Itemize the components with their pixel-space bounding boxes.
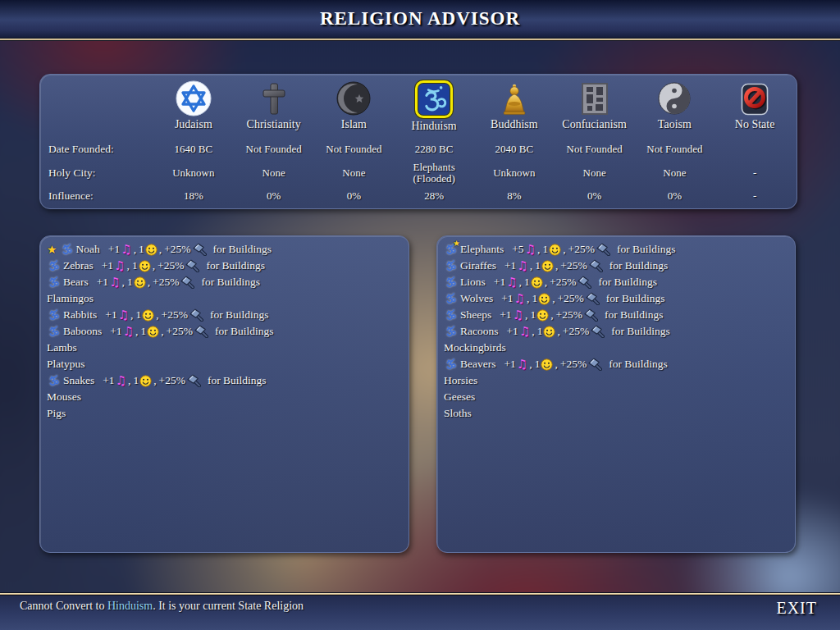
city-name: Flamingos	[47, 292, 94, 305]
religion-column-buddhism[interactable]: Buddhism	[474, 80, 555, 138]
separator: ,	[552, 292, 555, 305]
bonus-target-text: for Buildings	[215, 325, 274, 338]
city-row: Horsies	[444, 372, 790, 389]
music-note-icon: ♫	[114, 258, 125, 273]
title-bar: RELIGION ADVISOR	[0, 0, 840, 38]
culture-bonus-value: +1	[97, 276, 108, 289]
city-row: Baboons+1♫,1,+25%for Buildings	[47, 323, 404, 340]
separator: ,	[525, 308, 527, 322]
hinduism-icon	[60, 243, 74, 256]
hinduism-icon[interactable]	[415, 80, 453, 118]
smiley-face-icon	[541, 260, 554, 272]
smiley-face-icon	[147, 326, 159, 338]
buddhism-icon[interactable]	[496, 80, 532, 116]
date-founded-value: Not Founded	[635, 143, 715, 156]
holy-city-value: Unknown	[493, 167, 535, 179]
islam-icon[interactable]	[336, 80, 372, 116]
hammer-icon	[596, 243, 610, 256]
music-note-icon: ♫	[514, 291, 525, 306]
hinduism-icon	[444, 308, 458, 322]
religion-name-label: Islam	[341, 118, 367, 131]
religion-column-hinduism[interactable]: Hinduism	[394, 80, 474, 138]
happiness-bonus-value: 1	[530, 308, 536, 322]
separator: ,	[122, 276, 125, 289]
city-name: Sheeps	[460, 308, 491, 322]
culture-bonus-value: +1	[110, 325, 121, 338]
culture-bonus-value: +1	[501, 292, 513, 305]
city-name: Platypus	[47, 358, 85, 371]
city-row: Flamingos	[47, 290, 404, 307]
music-note-icon: ♫	[118, 308, 129, 322]
christianity-icon[interactable]	[256, 80, 292, 116]
city-name: Bears	[63, 276, 89, 289]
production-bonus-value: +25%	[550, 276, 576, 289]
city-name: Giraffes	[460, 259, 496, 272]
city-row: Sheeps+1♫,1,+25%for Buildings	[444, 307, 790, 323]
city-row: Platypus	[47, 356, 404, 372]
status-bar: Cannot Convert to Hinduism. It is your c…	[0, 596, 840, 630]
bonus-target-text: for Buildings	[208, 374, 267, 387]
hammer-icon	[192, 243, 207, 256]
city-row: Racoons+1♫,1,+25%for Buildings	[444, 323, 790, 340]
music-note-icon: ♫	[517, 258, 527, 273]
exit-button[interactable]: EXIT	[776, 599, 817, 618]
separator: ,	[519, 276, 522, 289]
separator: ,	[563, 243, 565, 256]
music-note-icon: ♫	[109, 275, 120, 290]
culture-bonus-value: +1	[500, 308, 511, 322]
separator: ,	[555, 358, 557, 371]
smiley-face-icon	[145, 244, 158, 256]
happiness-bonus-value: 1	[535, 259, 541, 272]
city-row: Beavers+1♫,1,+25%for Buildings	[444, 356, 790, 372]
city-name: Geeses	[444, 390, 475, 404]
happiness-bonus-value: 1	[140, 325, 146, 338]
religion-column-islam[interactable]: Islam	[314, 80, 395, 138]
religion-column-no-state[interactable]: No State	[714, 80, 795, 138]
capital-star-icon: ★	[47, 243, 57, 257]
hinduism-icon	[444, 292, 458, 305]
religion-column-taoism[interactable]: Taoism	[635, 80, 715, 138]
separator: ,	[557, 325, 559, 338]
hammer-icon	[587, 358, 602, 371]
separator: ,	[134, 243, 136, 256]
influence-value: 0%	[314, 189, 395, 203]
production-bonus-value: +25%	[164, 243, 190, 256]
smiley-face-icon	[543, 326, 555, 338]
happiness-bonus-value: 1	[135, 308, 141, 322]
confucianism-icon[interactable]	[577, 80, 613, 116]
date-founded-value: 2280 BC	[394, 143, 474, 156]
city-name: Mouses	[47, 390, 81, 404]
hinduism-icon	[444, 325, 458, 338]
holy-city-star-icon: ★	[453, 239, 460, 248]
hinduism-icon	[444, 259, 458, 272]
city-row: ★Noah+1♫,1,+25%for Buildings	[47, 241, 404, 258]
production-bonus-value: +25%	[167, 325, 193, 338]
smiley-face-icon	[142, 309, 154, 322]
holy-city-value: None	[583, 167, 606, 179]
holy-city-value: None	[342, 167, 365, 179]
smiley-face-icon	[531, 276, 543, 289]
religion-column-christianity[interactable]: Christianity	[234, 80, 314, 138]
separator: ,	[527, 292, 529, 305]
taoism-icon[interactable]	[656, 80, 692, 116]
religion-name-label: Christianity	[247, 118, 301, 131]
status-message-post: . It is your current State Religion	[153, 600, 304, 612]
bonus-target-text: for Buildings	[210, 308, 269, 322]
happiness-bonus-value: 1	[537, 325, 543, 338]
holy-city-value: -	[753, 167, 756, 179]
hammer-icon	[588, 259, 603, 272]
happiness-bonus-value: 1	[532, 292, 537, 305]
city-list-left-panel: ★Noah+1♫,1,+25%for BuildingsZebras+1♫,1,…	[39, 235, 409, 553]
hinduism-icon	[47, 259, 61, 272]
religion-column-confucianism[interactable]: Confucianism	[555, 80, 635, 138]
no-state-icon[interactable]	[737, 80, 773, 116]
smiley-face-icon	[139, 260, 151, 272]
religion-column-judaism[interactable]: Judaism	[153, 80, 234, 138]
influence-value: 8%	[474, 189, 555, 203]
influence-value: 18%	[153, 189, 234, 203]
city-name: Beavers	[460, 358, 495, 371]
production-bonus-value: +25%	[568, 243, 595, 256]
smiley-face-icon	[541, 358, 553, 371]
hammer-icon	[583, 308, 598, 322]
judaism-icon[interactable]	[176, 80, 212, 116]
